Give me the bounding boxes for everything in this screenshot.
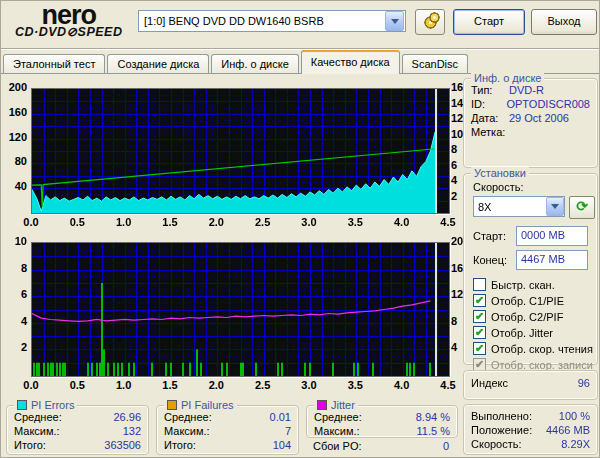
max-label: Максим.: <box>14 425 60 437</box>
disc-date-label: Дата: <box>471 112 509 124</box>
current-speed-label: Скорость: <box>471 438 522 450</box>
x-axis-tick: 2.0 <box>206 379 226 391</box>
disc-type-value: DVD-R <box>509 84 544 96</box>
start-button[interactable]: Старт <box>453 9 525 35</box>
speed-label: Скорость: <box>473 181 524 193</box>
nero-logo: nero CD·DVD⊘SPEED <box>15 2 122 39</box>
refresh-speeds-button[interactable]: ⟳ <box>569 196 595 219</box>
checkbox-icon: ✔ <box>473 310 486 323</box>
tab-benchmark[interactable]: Эталонный тест <box>3 54 105 74</box>
settings-box: Установки Скорость: 8X ⟳ Старт: 0000 MB … <box>463 173 598 365</box>
max-value: 132 <box>123 425 141 437</box>
x-axis-tick: 0.5 <box>67 216 87 228</box>
y-axis-right-tick: 16 <box>451 81 463 93</box>
avg-label: Среднее: <box>164 411 212 423</box>
po-failures-value: 0 <box>443 440 449 452</box>
y-axis-right-tick: 12 <box>451 288 463 300</box>
total-value: 363506 <box>104 439 141 451</box>
disc-icon <box>424 16 437 29</box>
x-axis-tick: 3.5 <box>345 379 365 391</box>
y-axis-right-tick: 12 <box>451 112 463 124</box>
chevron-down-icon[interactable] <box>546 197 564 216</box>
x-axis-tick: 1.5 <box>160 216 180 228</box>
y-axis-right-tick: 10 <box>451 128 463 140</box>
position-label: Положение: <box>471 424 532 436</box>
start-position-label: Старт: <box>473 230 506 242</box>
drive-select[interactable]: [1:0] BENQ DVD DD DW1640 BSRB <box>138 10 406 32</box>
index-value: 96 <box>578 377 590 389</box>
y-axis-left-tick: 2 <box>1 341 27 353</box>
checkbox-icon: ✔ <box>473 294 486 307</box>
x-axis-tick: 1.0 <box>114 216 134 228</box>
max-value: 7 <box>285 425 291 437</box>
x-axis-tick: 1.0 <box>114 379 134 391</box>
checkbox-show-jitter[interactable]: ✔Отобр. Jitter <box>473 326 597 339</box>
checkbox-icon: ✔ <box>473 342 486 355</box>
avg-value: 26.96 <box>113 411 141 423</box>
pi-failures-color-chip <box>167 400 177 410</box>
pi-errors-chart <box>31 88 450 214</box>
pi-failures-title: PI Failures <box>181 399 234 411</box>
max-label: Максим.: <box>164 425 210 437</box>
y-axis-right-tick: 6 <box>451 159 457 171</box>
avg-label: Среднее: <box>314 411 362 423</box>
jitter-title: Jitter <box>331 399 355 411</box>
drive-select-value: [1:0] BENQ DVD DD DW1640 BSRB <box>139 15 384 27</box>
checkbox-icon: ✔ <box>473 278 486 291</box>
end-position-field[interactable]: 4467 MB <box>516 250 588 270</box>
y-axis-right-tick: 4 <box>451 341 457 353</box>
checkbox-show-c2-pif[interactable]: ✔Отобр. C2/PIF <box>473 310 597 323</box>
checkbox-fast-scan[interactable]: ✔Быстр. скан. <box>473 278 597 291</box>
x-axis-tick: 3.0 <box>299 379 319 391</box>
y-axis-right-tick: 16 <box>451 262 463 274</box>
x-axis-tick: 2.5 <box>253 216 273 228</box>
chevron-down-icon[interactable] <box>385 11 404 31</box>
checkbox-icon: ✔ <box>473 326 486 339</box>
tab-disc-info[interactable]: Инф. о диске <box>211 54 298 74</box>
y-axis-right-tick: 2 <box>451 190 457 202</box>
logo-speed-text: CD·DVD⊘SPEED <box>15 26 122 39</box>
refresh-icon: ⟳ <box>576 198 588 214</box>
y-axis-left-tick: 8 <box>1 262 27 274</box>
speed-select-value: 8X <box>474 201 546 213</box>
po-failures-label: Сбои PO: <box>313 440 362 452</box>
y-axis-left-tick: 40 <box>1 180 27 192</box>
jitter-stats-box: Jitter Среднее:8.94 % Максим.:11.5 % <box>306 405 458 438</box>
avg-value: 0.01 <box>270 411 291 423</box>
index-box: Индекс 96 <box>463 370 598 400</box>
x-axis-tick: 0.0 <box>21 379 41 391</box>
y-axis-left-tick: 200 <box>1 81 27 93</box>
tab-bar: Эталонный тест Создание диска Инф. о дис… <box>3 53 470 74</box>
avg-value: 8.94 % <box>416 411 450 423</box>
y-axis-right-tick: 20 <box>451 235 463 247</box>
disc-info-box: Инф. о диске Тип:DVD-R ID:OPTODISCR008 Д… <box>463 78 598 168</box>
y-axis-left-tick: 10 <box>1 235 27 247</box>
eject-disc-button[interactable] <box>415 9 445 35</box>
pi-errors-color-chip <box>17 400 27 410</box>
total-value: 104 <box>273 439 291 451</box>
tab-create-disc[interactable]: Создание диска <box>107 54 209 74</box>
speed-select[interactable]: 8X <box>473 196 565 217</box>
y-axis-right-tick: 8 <box>451 315 457 327</box>
index-label: Индекс <box>471 377 508 389</box>
start-position-field[interactable]: 0000 MB <box>516 226 588 246</box>
exit-button[interactable]: Выход <box>531 9 597 35</box>
tab-disc-quality[interactable]: Качество диска <box>301 50 400 74</box>
y-axis-left-tick: 160 <box>1 106 27 118</box>
pi-failures-stats-box: PI Failures Среднее:0.01 Максим.:7 Итого… <box>156 405 299 455</box>
disc-id-value: OPTODISCR008 <box>506 98 590 110</box>
x-axis-tick: 0.5 <box>67 379 87 391</box>
toolbar: nero CD·DVD⊘SPEED [1:0] BENQ DVD DD DW16… <box>1 1 600 49</box>
checkbox-show-c1-pie[interactable]: ✔Отобр. C1/PIE <box>473 294 597 307</box>
end-position-label: Конец: <box>473 254 507 266</box>
pi-errors-title: PI Errors <box>31 399 74 411</box>
disc-id-label: ID: <box>471 98 506 110</box>
x-axis-tick: 2.5 <box>253 379 273 391</box>
x-axis-tick: 4.0 <box>392 379 412 391</box>
max-label: Максим.: <box>314 425 360 437</box>
tab-scandisc[interactable]: ScanDisc <box>402 54 468 74</box>
checkbox-show-read-speed[interactable]: ✔Отобр. скор. чтения <box>473 342 597 355</box>
avg-label: Среднее: <box>14 411 62 423</box>
done-label: Выполнено: <box>471 410 532 422</box>
x-axis-tick: 4.5 <box>438 216 458 228</box>
